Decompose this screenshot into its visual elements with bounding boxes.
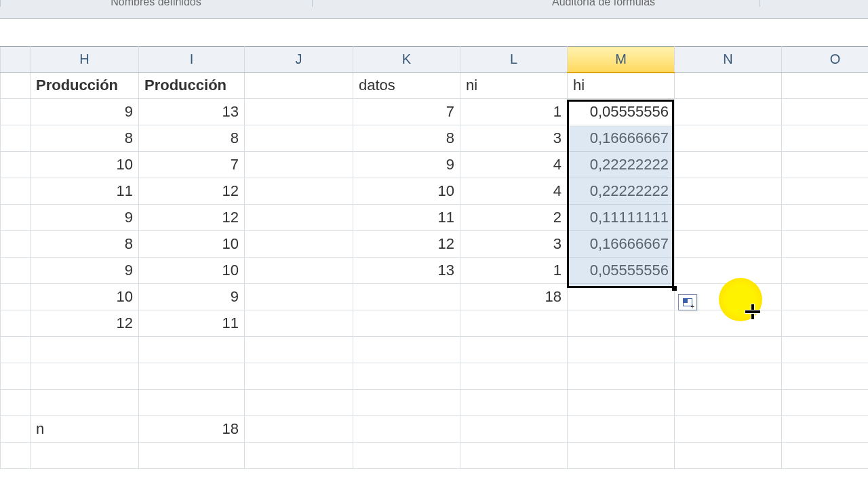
cell-I-5[interactable]: 10 [139,231,245,258]
row-header[interactable] [1,73,31,99]
cell-J-5[interactable] [245,231,353,258]
cell-M-10[interactable] [568,363,675,390]
spreadsheet-grid[interactable]: H I J K L M N O ProducciónProduccióndato… [0,46,868,469]
cell-L-header[interactable]: ni [460,73,568,99]
cell-H-9[interactable] [31,337,139,363]
cell-L-6[interactable]: 1 [460,258,568,284]
cell-K-header[interactable]: datos [353,73,460,99]
cell-O-0[interactable] [782,99,869,125]
cell-H-3[interactable]: 11 [31,178,139,205]
row-header[interactable] [1,416,31,443]
cell-L-7[interactable]: 18 [460,284,568,310]
cell-H-7[interactable]: 10 [31,284,139,310]
row-header[interactable] [1,178,31,205]
cell-H-5[interactable]: 8 [31,231,139,258]
cell-O-11[interactable] [782,390,869,416]
cell-O-5[interactable] [782,231,869,258]
cell-K-10[interactable] [353,363,460,390]
cell-H-10[interactable] [31,363,139,390]
cell-N-5[interactable] [675,231,782,258]
cell-L-1[interactable]: 3 [460,125,568,152]
cell-n-value[interactable]: 18 [139,416,245,443]
cell[interactable] [31,443,139,469]
cell-N-3[interactable] [675,178,782,205]
cell-H-4[interactable]: 9 [31,205,139,231]
row-header[interactable] [1,310,31,337]
cell-H-0[interactable]: 9 [31,99,139,125]
cell-I-9[interactable] [139,337,245,363]
cell-O-header[interactable] [782,73,869,99]
cell-J-4[interactable] [245,205,353,231]
column-headers-row[interactable]: H I J K L M N O [1,47,869,73]
cell-I-4[interactable]: 12 [139,205,245,231]
cell-I-2[interactable]: 7 [139,152,245,178]
row-header[interactable] [1,390,31,416]
cell-L-3[interactable]: 4 [460,178,568,205]
cell-K-8[interactable] [353,310,460,337]
cell[interactable] [353,416,460,443]
cell-N-2[interactable] [675,152,782,178]
cell-K-1[interactable]: 8 [353,125,460,152]
cell-I-1[interactable]: 8 [139,125,245,152]
cell[interactable] [245,416,353,443]
cell-K-0[interactable]: 7 [353,99,460,125]
cell-H-8[interactable]: 12 [31,310,139,337]
cell[interactable] [1,443,31,469]
cell-O-1[interactable] [782,125,869,152]
cell-N-0[interactable] [675,99,782,125]
row-header[interactable] [1,152,31,178]
cell-N-8[interactable] [675,310,782,337]
col-header-O[interactable]: O [782,47,869,73]
cell-L-0[interactable]: 1 [460,99,568,125]
cell-O-6[interactable] [782,258,869,284]
cell-I-6[interactable]: 10 [139,258,245,284]
cell-H-2[interactable]: 10 [31,152,139,178]
cell[interactable] [782,443,869,469]
cell-N-1[interactable] [675,125,782,152]
cell-O-3[interactable] [782,178,869,205]
cell-J-9[interactable] [245,337,353,363]
cell-J-header[interactable] [245,73,353,99]
cell[interactable] [139,443,245,469]
cell[interactable] [568,443,675,469]
cell[interactable] [245,443,353,469]
cell-J-10[interactable] [245,363,353,390]
autofill-options-button[interactable] [678,294,697,310]
cell-J-11[interactable] [245,390,353,416]
cell-L-11[interactable] [460,390,568,416]
cell-K-2[interactable]: 9 [353,152,460,178]
cell-H-6[interactable]: 9 [31,258,139,284]
cell-K-4[interactable]: 11 [353,205,460,231]
cell-I-3[interactable]: 12 [139,178,245,205]
cell-N-4[interactable] [675,205,782,231]
cell-M-1[interactable]: 0,16666667 [568,125,675,152]
cell-J-2[interactable] [245,152,353,178]
row-header[interactable] [1,363,31,390]
cell-M-2[interactable]: 0,22222222 [568,152,675,178]
col-header-L[interactable]: L [460,47,568,73]
row-header[interactable] [1,205,31,231]
cell[interactable] [675,416,782,443]
row-header[interactable] [1,99,31,125]
cell-K-5[interactable]: 12 [353,231,460,258]
cell[interactable] [675,443,782,469]
cell-N-6[interactable] [675,258,782,284]
row-header[interactable] [1,125,31,152]
cell-M-8[interactable] [568,310,675,337]
cell-I-0[interactable]: 13 [139,99,245,125]
cell-M-header[interactable]: hi [568,73,675,99]
cell-O-8[interactable] [782,310,869,337]
cell-I-7[interactable]: 9 [139,284,245,310]
cell-M-11[interactable] [568,390,675,416]
cell-J-1[interactable] [245,125,353,152]
cell-L-10[interactable] [460,363,568,390]
cell-J-8[interactable] [245,310,353,337]
cell-K-11[interactable] [353,390,460,416]
cell-H-11[interactable] [31,390,139,416]
cell[interactable] [460,416,568,443]
cell-J-0[interactable] [245,99,353,125]
cell-L-2[interactable]: 4 [460,152,568,178]
cell-I-8[interactable]: 11 [139,310,245,337]
cell-M-7[interactable] [568,284,675,310]
cell-M-9[interactable] [568,337,675,363]
